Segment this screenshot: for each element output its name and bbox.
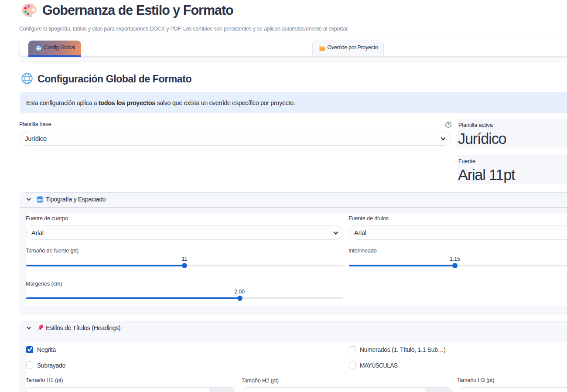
svg-text:abc: abc xyxy=(37,198,43,202)
svg-text:?: ? xyxy=(447,123,450,127)
